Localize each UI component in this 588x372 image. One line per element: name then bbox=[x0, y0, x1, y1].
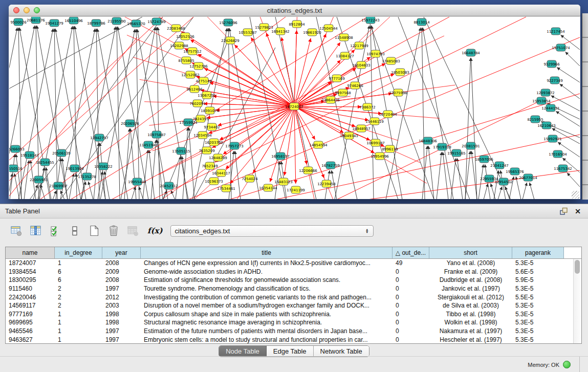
network-node[interactable]: 7386372 bbox=[359, 103, 375, 111]
tab-edge-table[interactable]: Edge Table bbox=[267, 346, 314, 357]
network-node[interactable]: 21550516 bbox=[9, 165, 23, 172]
network-node[interactable]: 12206666 bbox=[299, 167, 317, 174]
network-node[interactable]: 14202988 bbox=[170, 42, 188, 49]
network-node[interactable]: 16782759 bbox=[321, 162, 340, 169]
network-node[interactable]: 10975887 bbox=[147, 131, 166, 138]
network-graph[interactable]: 9500026206811761904127916510496187997862… bbox=[9, 17, 580, 199]
network-node[interactable]: 15954996 bbox=[371, 152, 389, 160]
network-node[interactable]: 16354144 bbox=[259, 184, 277, 191]
network-node[interactable]: 9500026 bbox=[10, 18, 27, 26]
network-node[interactable]: 4275146 bbox=[195, 77, 212, 84]
table-row[interactable]: 946362711997Embryonic stem cells: a mode… bbox=[6, 335, 574, 343]
network-node[interactable]: 15483123 bbox=[274, 178, 293, 185]
close-panel-icon[interactable]: ✕ bbox=[575, 208, 581, 215]
network-window[interactable]: citations_edges.txt 95000262068117619041… bbox=[9, 5, 580, 199]
network-node[interactable]: 11217454 bbox=[547, 28, 565, 35]
table-row[interactable]: 946554611997Estimation of the future num… bbox=[6, 327, 574, 336]
column-header-title[interactable]: title bbox=[141, 247, 393, 258]
window-resize-grip[interactable] bbox=[572, 191, 579, 199]
table-row[interactable]: 1456911722003Disruption of a novel membe… bbox=[6, 301, 574, 310]
table-vertical-scrollbar[interactable] bbox=[573, 259, 581, 343]
network-node[interactable]: 17135278 bbox=[78, 173, 96, 180]
network-node[interactable]: 12504544 bbox=[319, 25, 338, 32]
network-node[interactable]: 9612406 bbox=[186, 85, 203, 93]
select-all-checks-icon[interactable] bbox=[48, 224, 62, 238]
network-node[interactable]: 19915165 bbox=[447, 149, 466, 157]
table-selector-combobox[interactable]: citations_edges.txt ▲▼ bbox=[170, 225, 374, 237]
network-node[interactable]: 12444131 bbox=[541, 104, 560, 112]
scrollbar-thumb[interactable] bbox=[575, 260, 580, 274]
network-canvas[interactable]: 9500026206811761904127916510496187997862… bbox=[9, 16, 580, 199]
function-builder-icon[interactable]: f(x) bbox=[147, 226, 163, 235]
network-node[interactable]: 13505115 bbox=[172, 147, 190, 155]
network-node[interactable]: 7635209 bbox=[199, 147, 214, 154]
network-node[interactable]: 18757512 bbox=[183, 48, 202, 55]
network-node[interactable]: 16104633 bbox=[352, 61, 371, 69]
network-node[interactable]: 18597096 bbox=[475, 156, 493, 163]
network-node[interactable]: 8215955 bbox=[527, 116, 543, 123]
network-node[interactable]: 15276096 bbox=[219, 19, 237, 26]
network-node[interactable]: 21195590 bbox=[107, 17, 126, 25]
network-node[interactable]: 12239458 bbox=[317, 180, 336, 187]
table-row[interactable]: 1938455462009Genome-wide association stu… bbox=[6, 268, 574, 276]
network-node[interactable]: 18948957 bbox=[352, 125, 371, 132]
network-node[interactable]: 15992971 bbox=[543, 135, 562, 142]
network-node[interactable]: 20681176 bbox=[27, 17, 45, 24]
column-header-out_degree[interactable]: △ out_de... bbox=[393, 247, 429, 258]
network-node[interactable]: 11548908 bbox=[335, 34, 353, 41]
network-node[interactable]: 15724789 bbox=[147, 18, 166, 25]
network-node[interactable]: 17016504 bbox=[549, 150, 567, 158]
table-row[interactable]: 977716911998Corpus callosum shape and si… bbox=[6, 310, 574, 319]
network-node[interactable]: 11451941 bbox=[139, 141, 158, 148]
network-node[interactable]: 9497568 bbox=[335, 89, 351, 96]
float-panel-icon[interactable] bbox=[559, 207, 568, 215]
close-window-icon[interactable] bbox=[13, 7, 19, 13]
table-row[interactable]: 2242004622012Investigating the contribut… bbox=[6, 293, 574, 301]
network-node[interactable]: 16848306 bbox=[419, 137, 437, 144]
table-row[interactable]: 911546021997Tourette syndrome. Phenomeno… bbox=[6, 285, 574, 293]
network-node[interactable]: 15446119 bbox=[365, 118, 384, 125]
table-row[interactable]: 1872400712008Changes of HCN gene express… bbox=[6, 259, 574, 268]
network-node[interactable]: 18503083 bbox=[391, 69, 409, 76]
network-node[interactable]: 9746266 bbox=[347, 82, 363, 89]
tab-node-table[interactable]: Node Table bbox=[219, 346, 267, 357]
network-node[interactable]: 15279823 bbox=[255, 24, 273, 31]
network-node[interactable]: 16203760 bbox=[205, 139, 223, 146]
minimize-window-icon[interactable] bbox=[24, 7, 30, 13]
network-node[interactable]: 20381591 bbox=[462, 142, 480, 149]
network-node[interactable]: 10196373 bbox=[205, 178, 223, 185]
network-node[interactable]: 8912804 bbox=[289, 20, 305, 28]
network-node[interactable]: 16720404 bbox=[379, 111, 397, 118]
network-node[interactable]: 7652349 bbox=[202, 162, 217, 169]
delete-table-icon[interactable] bbox=[106, 224, 120, 238]
network-node[interactable]: 18391074 bbox=[201, 107, 219, 114]
network-node[interactable]: 17241199 bbox=[287, 186, 305, 193]
network-node[interactable]: 17919319 bbox=[433, 143, 451, 150]
network-node[interactable]: 11675342 bbox=[554, 165, 572, 172]
network-node[interactable]: 12152062 bbox=[181, 71, 200, 78]
tab-network-table[interactable]: Network Table bbox=[314, 346, 369, 357]
network-node[interactable]: 20506139 bbox=[52, 149, 71, 157]
column-header-short[interactable]: short bbox=[429, 247, 512, 258]
column-header-name[interactable]: name bbox=[6, 247, 55, 258]
network-node[interactable]: 19518147 bbox=[20, 151, 39, 159]
network-node[interactable]: 10553287 bbox=[238, 29, 257, 36]
network-node[interactable]: 25266053 bbox=[9, 145, 25, 152]
new-table-icon[interactable] bbox=[87, 224, 101, 238]
network-node[interactable]: 19861920 bbox=[303, 29, 321, 36]
network-node[interactable]: 20677014 bbox=[519, 174, 537, 181]
network-node[interactable]: 19041279 bbox=[45, 19, 63, 27]
network-node[interactable]: 12848289 bbox=[209, 154, 227, 161]
network-node[interactable]: 16941342 bbox=[271, 28, 290, 35]
network-node[interactable]: 9227349 bbox=[547, 77, 562, 84]
network-node[interactable]: 16344117 bbox=[212, 169, 230, 177]
table-settings-icon[interactable] bbox=[9, 224, 23, 238]
zoom-window-icon[interactable] bbox=[34, 7, 40, 13]
network-node[interactable]: 17534461 bbox=[217, 185, 235, 192]
window-titlebar[interactable]: citations_edges.txt bbox=[9, 5, 580, 16]
network-node[interactable]: 9329966 bbox=[543, 60, 560, 68]
column-header-in_degree[interactable]: in_degree bbox=[55, 247, 102, 258]
table-row[interactable]: 969969511998Structural magnetic resonanc… bbox=[6, 318, 574, 327]
network-node[interactable]: 22083468 bbox=[167, 25, 185, 32]
network-node[interactable]: 16510496 bbox=[64, 17, 83, 24]
